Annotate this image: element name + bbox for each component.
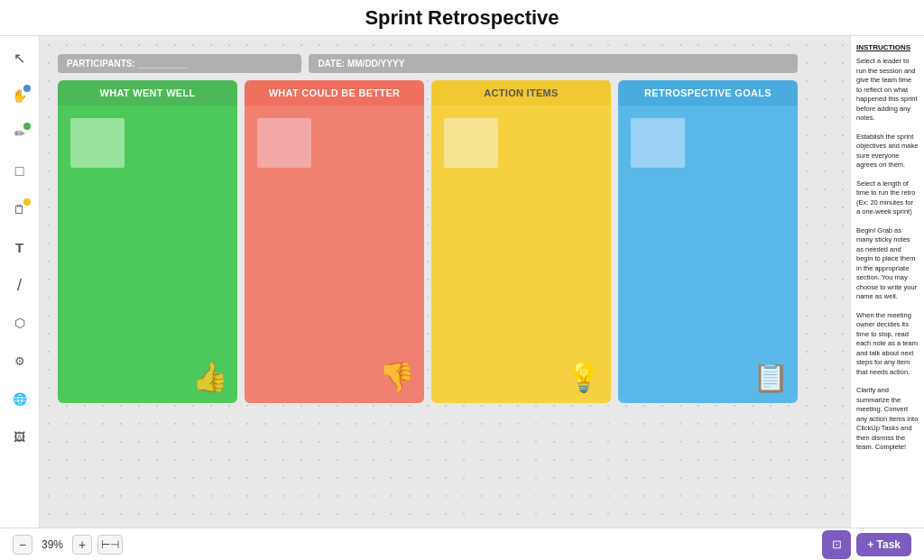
column-body-retro-goals[interactable]: 📋 xyxy=(618,106,798,403)
page-title: Sprint Retrospective xyxy=(365,6,559,30)
participants-field[interactable]: PARTICIPANTS: __________ xyxy=(58,54,301,73)
connect-icon[interactable]: ⬡ xyxy=(7,310,32,335)
pen-icon[interactable]: ✏ xyxy=(7,121,32,146)
clipboard-icon: 📋 xyxy=(753,360,789,394)
fit-button[interactable]: ⊢⊣ xyxy=(97,535,123,555)
right-sidebar: INSTRUCTIONS Select a leader to run the … xyxy=(850,36,924,528)
main-area: ↖ ✋ ✏ □ 🗒 T / ⬡ ⚙ 🌐 🖼 PARTICIPANTS: ____… xyxy=(0,36,924,528)
instruction-2: Establish the sprint objectives and make… xyxy=(856,133,919,170)
instructions-title: INSTRUCTIONS xyxy=(856,43,919,51)
instruction-6: Clarify and summarize the meeting. Conve… xyxy=(856,386,919,453)
zoom-level: 39% xyxy=(38,538,67,551)
image-icon[interactable]: 🖼 xyxy=(7,424,32,449)
add-task-button[interactable]: + Task xyxy=(856,533,911,556)
lightbulb-icon: 💡 xyxy=(566,360,602,394)
column-could-be-better: WHAT COULD BE BETTER 👎 xyxy=(245,80,424,403)
column-retro-goals: RETROSPECTIVE GOALS 📋 xyxy=(618,80,798,403)
line-icon[interactable]: / xyxy=(7,272,32,298)
board: PARTICIPANTS: __________ DATE: MM/DD/YYY… xyxy=(58,54,798,403)
zoom-out-button[interactable]: − xyxy=(13,535,32,555)
meta-row: PARTICIPANTS: __________ DATE: MM/DD/YYY… xyxy=(58,54,798,73)
cursor-icon[interactable]: ↖ xyxy=(7,45,32,70)
left-sidebar: ↖ ✋ ✏ □ 🗒 T / ⬡ ⚙ 🌐 🖼 xyxy=(0,36,40,528)
thumbs-up-icon: 👍 xyxy=(192,360,228,394)
zoom-in-button[interactable]: + xyxy=(72,535,92,555)
column-action-items: ACTION ITEMS 💡 xyxy=(431,80,611,403)
column-body-could-be-better[interactable]: 👎 xyxy=(245,106,424,403)
text-icon[interactable]: T xyxy=(7,234,32,260)
hand-icon[interactable]: ✋ xyxy=(7,83,32,108)
instruction-5: When the meeting owner decides its time … xyxy=(856,311,919,378)
thumbs-down-icon: 👎 xyxy=(379,360,415,394)
instruction-3: Select a length of time to run the retro… xyxy=(856,179,919,217)
column-body-went-well[interactable]: 👍 xyxy=(58,106,237,403)
sticky-note-yellow[interactable] xyxy=(444,118,498,168)
instruction-4: Begin! Grab as many sticky notes as need… xyxy=(856,226,919,302)
ai-icon-button[interactable]: ⊡ xyxy=(822,530,851,559)
sticky-note-green[interactable] xyxy=(70,118,125,168)
bottom-bar: − 39% + ⊢⊣ ⊡ + Task xyxy=(0,528,924,560)
column-went-well: WHAT WENT WELL 👍 xyxy=(58,80,237,403)
column-header-went-well: WHAT WENT WELL xyxy=(58,80,237,106)
column-header-action-items: ACTION ITEMS xyxy=(431,80,611,106)
columns-row: WHAT WENT WELL 👍 WHAT COULD BE BETTER 👎 xyxy=(58,80,798,403)
top-bar: Sprint Retrospective xyxy=(0,0,924,36)
sticky-note-pink[interactable] xyxy=(257,118,311,168)
instruction-1: Select a leader to run the session and g… xyxy=(856,57,919,124)
sticky-note-blue[interactable] xyxy=(631,118,685,168)
column-header-could-be-better: WHAT COULD BE BETTER xyxy=(245,80,424,106)
canvas-area: PARTICIPANTS: __________ DATE: MM/DD/YYY… xyxy=(40,36,850,528)
note-icon[interactable]: 🗒 xyxy=(7,197,32,222)
settings-icon[interactable]: ⚙ xyxy=(7,348,32,373)
column-body-action-items[interactable]: 💡 xyxy=(431,106,611,403)
column-header-retro-goals: RETROSPECTIVE GOALS xyxy=(618,80,798,106)
rect-icon[interactable]: □ xyxy=(7,159,32,184)
date-field[interactable]: DATE: MM/DD/YYYY xyxy=(309,54,798,73)
globe-icon[interactable]: 🌐 xyxy=(7,386,32,411)
